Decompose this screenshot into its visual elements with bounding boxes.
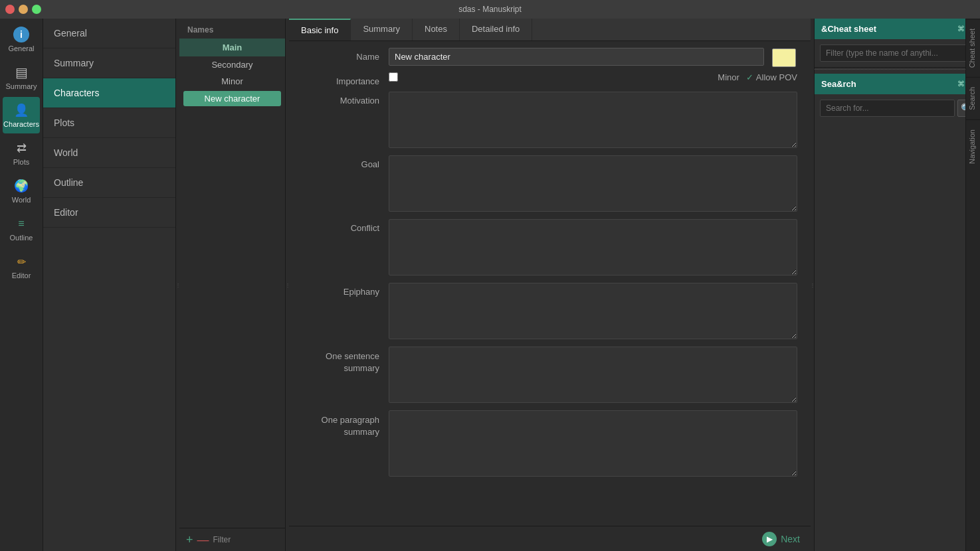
names-header: Names bbox=[179, 19, 285, 39]
vtab-cheat-sheet[interactable]: Cheat sheet bbox=[966, 19, 980, 77]
importance-row: Importance Minor ✓ Allow POV bbox=[302, 72, 797, 86]
one-paragraph-row: One paragraphsummary bbox=[302, 410, 797, 479]
tab-notes[interactable]: Notes bbox=[413, 19, 460, 40]
vtab-navigation[interactable]: Navigation bbox=[966, 119, 980, 173]
sidebar-label-world: World bbox=[12, 196, 31, 204]
sidebar-item-world[interactable]: 🌍 World bbox=[3, 173, 40, 209]
char-group-secondary[interactable]: Secondary bbox=[179, 56, 285, 73]
cheat-filter bbox=[815, 39, 980, 68]
characters-icon: 👤 bbox=[13, 102, 29, 118]
sidebar-item-characters[interactable]: 👤 Characters bbox=[3, 97, 40, 133]
maximize-button[interactable] bbox=[32, 5, 41, 14]
char-group-minor[interactable]: Minor bbox=[179, 73, 285, 90]
sidebar-item-general[interactable]: i General bbox=[3, 21, 40, 58]
motivation-textarea[interactable] bbox=[389, 92, 797, 148]
conflict-row: Conflict bbox=[302, 219, 797, 277]
sidebar-label-characters: Characters bbox=[3, 120, 39, 128]
epiphany-label: Epiphany bbox=[302, 283, 389, 297]
right-panel: &Cheat sheet ⌘⌥ Sea&rch ⌘⌥ 🔍 Cheat sheet… bbox=[814, 19, 980, 551]
one-paragraph-control bbox=[389, 410, 797, 479]
conflict-label: Conflict bbox=[302, 219, 389, 233]
names-bottom: + — Filter bbox=[179, 528, 285, 551]
nav-item-world[interactable]: World bbox=[43, 138, 175, 168]
minimize-button[interactable] bbox=[19, 5, 28, 14]
motivation-control bbox=[389, 92, 797, 150]
minor-label: Minor bbox=[718, 72, 739, 82]
one-sentence-textarea[interactable] bbox=[389, 347, 797, 403]
epiphany-textarea[interactable] bbox=[389, 283, 797, 339]
name-label: Name bbox=[302, 48, 389, 62]
close-button[interactable] bbox=[5, 5, 15, 14]
bottom-bar: ▶ Next bbox=[289, 526, 811, 551]
char-item-new[interactable]: New character bbox=[183, 91, 281, 106]
search-input-row: 🔍 bbox=[815, 94, 980, 122]
sidebar-label-editor: Editor bbox=[12, 272, 31, 279]
editor-icon: ✏ bbox=[13, 254, 29, 270]
goal-label: Goal bbox=[302, 155, 389, 169]
sidebar-label-plots: Plots bbox=[13, 158, 29, 166]
importance-control: Minor ✓ Allow POV bbox=[389, 72, 797, 82]
allow-pov-checkmark: ✓ bbox=[746, 72, 753, 82]
motivation-row: Motivation bbox=[302, 92, 797, 150]
names-panel: Names Main Secondary Minor New character… bbox=[179, 19, 286, 551]
motivation-label: Motivation bbox=[302, 92, 389, 106]
sidebar-label-summary: Summary bbox=[5, 82, 37, 90]
cheat-filter-input[interactable] bbox=[820, 44, 975, 62]
name-row: Name bbox=[302, 48, 797, 67]
name-input[interactable] bbox=[389, 48, 764, 66]
color-swatch[interactable] bbox=[772, 48, 796, 67]
search-section-header[interactable]: Sea&rch ⌘⌥ bbox=[815, 74, 980, 94]
sidebar-item-editor[interactable]: ✏ Editor bbox=[3, 248, 40, 285]
info-icon: i bbox=[13, 27, 29, 42]
tab-summary[interactable]: Summary bbox=[351, 19, 413, 40]
next-label: Next bbox=[781, 534, 800, 544]
sidebar-label-general: General bbox=[8, 44, 34, 52]
tabs-bar: Basic info Summary Notes Detailed info bbox=[289, 19, 811, 41]
nav-item-characters[interactable]: Characters bbox=[43, 78, 175, 108]
main-container: i General ▤ Summary 👤 Characters ⇄ Plots… bbox=[0, 19, 980, 551]
search-title: Sea&rch bbox=[821, 79, 856, 89]
one-sentence-control bbox=[389, 347, 797, 405]
next-icon: ▶ bbox=[762, 532, 777, 546]
one-paragraph-textarea[interactable] bbox=[389, 410, 797, 477]
window-title: sdas - Manuskript bbox=[458, 5, 522, 14]
epiphany-control bbox=[389, 283, 797, 341]
sidebar-item-plots[interactable]: ⇄ Plots bbox=[3, 135, 40, 171]
content-area: Basic info Summary Notes Detailed info N… bbox=[289, 19, 811, 551]
right-vtabs: Cheat sheet Search Navigation bbox=[965, 19, 980, 551]
divider bbox=[815, 69, 980, 70]
name-control bbox=[389, 48, 797, 67]
nav-item-outline[interactable]: Outline bbox=[43, 168, 175, 198]
sidebar-label-outline: Outline bbox=[10, 234, 33, 242]
cheat-sheet-header[interactable]: &Cheat sheet ⌘⌥ bbox=[815, 19, 980, 39]
conflict-textarea[interactable] bbox=[389, 219, 797, 276]
add-character-button[interactable]: + bbox=[186, 534, 193, 546]
one-sentence-row: One sentencesummary bbox=[302, 347, 797, 405]
allow-pov: ✓ Allow POV bbox=[746, 72, 797, 82]
goal-row: Goal bbox=[302, 155, 797, 214]
sidebar-item-outline[interactable]: ≡ Outline bbox=[3, 210, 40, 247]
importance-label: Importance bbox=[302, 72, 389, 86]
nav-item-editor[interactable]: Editor bbox=[43, 198, 175, 228]
nav-item-summary[interactable]: Summary bbox=[43, 48, 175, 78]
vtab-search[interactable]: Search bbox=[966, 77, 980, 119]
next-button[interactable]: ▶ Next bbox=[762, 532, 800, 546]
tab-basic-info[interactable]: Basic info bbox=[289, 19, 351, 40]
sidebar-item-summary[interactable]: ▤ Summary bbox=[3, 59, 40, 96]
char-group-main[interactable]: Main bbox=[179, 39, 285, 56]
remove-character-button[interactable]: — bbox=[197, 534, 209, 546]
world-icon: 🌍 bbox=[13, 178, 29, 194]
nav-sidebar: General Summary Characters Plots World O… bbox=[43, 19, 176, 551]
conflict-control bbox=[389, 219, 797, 277]
icon-sidebar: i General ▤ Summary 👤 Characters ⇄ Plots… bbox=[0, 19, 43, 551]
form-area: Name Importance Minor ✓ Allow POV bbox=[289, 41, 811, 526]
search-input[interactable] bbox=[820, 100, 955, 117]
nav-item-general[interactable]: General bbox=[43, 19, 175, 48]
importance-checkbox[interactable] bbox=[389, 72, 398, 82]
tab-detailed-info[interactable]: Detailed info bbox=[460, 19, 532, 40]
cheat-sheet-title: &Cheat sheet bbox=[821, 24, 876, 34]
nav-item-plots[interactable]: Plots bbox=[43, 108, 175, 138]
one-paragraph-label: One paragraphsummary bbox=[302, 410, 389, 438]
titlebar: sdas - Manuskript bbox=[0, 0, 980, 19]
goal-textarea[interactable] bbox=[389, 155, 797, 212]
